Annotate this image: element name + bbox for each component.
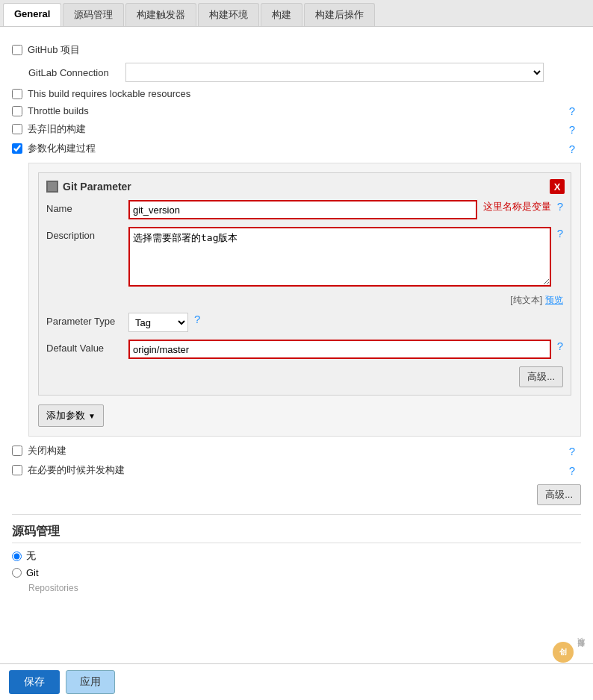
discard-help-icon[interactable]: ? (569, 123, 575, 136)
param-panel: Git Parameter X Name 这里名称是变量 ? Descripti… (28, 163, 581, 437)
add-param-btn-row: 添加参数 ▼ (38, 404, 571, 427)
source-section-title: 源码管理 (12, 524, 581, 543)
description-row: Description 选择需要部署的tag版本 ? (46, 227, 563, 287)
radio-none[interactable] (12, 551, 22, 561)
tab-build[interactable]: 构建 (261, 3, 302, 26)
add-param-button[interactable]: 添加参数 ▼ (38, 404, 104, 427)
brand-watermark: 创 创新互联 (553, 642, 587, 663)
radio-git[interactable] (12, 568, 22, 578)
github-project-label: GitHub 项目 (28, 43, 80, 57)
preview-text: [纯文本] (510, 294, 542, 307)
add-param-arrow-icon: ▼ (88, 412, 96, 420)
param-type-label: Parameter Type (46, 313, 128, 327)
description-textarea[interactable]: 选择需要部署的tag版本 (128, 227, 551, 287)
save-button[interactable]: 保存 (9, 670, 60, 694)
param-type-row: Parameter Type Tag Branch Revision ? (46, 313, 563, 332)
parameterized-row: 参数化构建过程 ? (12, 142, 581, 155)
repositories-label: Repositories (28, 583, 581, 593)
preview-row: [纯文本] 预览 (46, 294, 563, 307)
git-param-icon (46, 181, 58, 193)
name-annotation: 这里名称是变量 (483, 200, 551, 213)
radio-git-label: Git (26, 567, 39, 578)
throttle-help-icon[interactable]: ? (569, 104, 575, 117)
name-input[interactable] (128, 200, 477, 219)
radio-none-row: 无 (12, 549, 581, 563)
lockable-label: This build requires lockable resources (28, 88, 190, 99)
bottom-advanced-button[interactable]: 高级... (537, 484, 581, 505)
advanced-btn-row: 高级... (46, 366, 563, 387)
param-type-help-icon[interactable]: ? (194, 313, 200, 325)
throttle-checkbox[interactable] (12, 106, 22, 116)
tab-trigger[interactable]: 构建触发器 (125, 3, 196, 26)
param-type-select[interactable]: Tag Branch Revision (128, 313, 188, 332)
default-value-help-icon[interactable]: ? (557, 340, 563, 352)
name-row: Name 这里名称是变量 ? (46, 200, 563, 219)
brand-logo: 创 (553, 642, 574, 663)
tab-env[interactable]: 构建环境 (198, 3, 259, 26)
disable-build-checkbox[interactable] (12, 446, 22, 456)
discard-label: 丢弃旧的构建 (28, 122, 86, 136)
apply-button[interactable]: 应用 (66, 670, 115, 694)
bottom-advanced-row: 高级... (12, 484, 581, 505)
gitlab-label: GitLab Connection (28, 67, 125, 78)
git-param-title-text: Git Parameter (63, 181, 131, 193)
github-project-row: GitHub 项目 (12, 43, 581, 57)
close-param-button[interactable]: X (550, 179, 565, 194)
concurrent-label: 在必要的时候并发构建 (28, 463, 125, 477)
default-value-input[interactable] (128, 340, 551, 359)
main-content: GitHub 项目 GitLab Connection This build r… (0, 27, 593, 669)
gitlab-select[interactable] (125, 63, 544, 82)
preview-link[interactable]: 预览 (545, 294, 563, 307)
tab-source[interactable]: 源码管理 (63, 3, 124, 26)
throttle-label: Throttle builds (28, 105, 89, 116)
name-help-icon[interactable]: ? (557, 200, 563, 213)
git-param-title: Git Parameter (46, 181, 563, 193)
description-label: Description (46, 227, 128, 241)
concurrent-row: 在必要的时候并发构建 ? (12, 463, 581, 477)
disable-build-row: 关闭构建 ? (12, 444, 581, 457)
github-project-checkbox[interactable] (12, 45, 22, 55)
radio-git-row: Git (12, 567, 581, 578)
lockable-checkbox[interactable] (12, 89, 22, 99)
radio-none-label: 无 (26, 549, 36, 563)
git-parameter-block: Git Parameter X Name 这里名称是变量 ? Descripti… (38, 172, 571, 396)
discard-checkbox[interactable] (12, 124, 22, 134)
concurrent-help-icon[interactable]: ? (569, 464, 575, 477)
brand-name: 创新互联 (577, 651, 587, 654)
section-divider (12, 514, 581, 515)
parameterized-checkbox[interactable] (12, 143, 22, 154)
lockable-row: This build requires lockable resources (12, 88, 581, 99)
parameterized-label: 参数化构建过程 (28, 142, 96, 155)
default-value-row: Default Value ? (46, 340, 563, 359)
default-value-label: Default Value (46, 340, 128, 354)
add-param-label: 添加参数 (46, 409, 85, 422)
advanced-button[interactable]: 高级... (519, 366, 563, 387)
tabs-bar: General 源码管理 构建触发器 构建环境 构建 构建后操作 (0, 0, 593, 27)
gitlab-connection-row: GitLab Connection (28, 63, 581, 82)
bottom-actions: 保存 应用 (0, 663, 593, 700)
concurrent-checkbox[interactable] (12, 465, 22, 475)
tab-general[interactable]: General (3, 3, 61, 26)
description-help-icon[interactable]: ? (557, 227, 563, 240)
disable-build-label: 关闭构建 (28, 444, 66, 457)
disable-build-help-icon[interactable]: ? (569, 445, 575, 457)
parameterized-help-icon[interactable]: ? (569, 143, 575, 155)
name-label: Name (46, 200, 128, 214)
discard-row: 丢弃旧的构建 ? (12, 122, 581, 136)
throttle-row: Throttle builds ? (12, 105, 581, 116)
tab-post[interactable]: 构建后操作 (304, 3, 375, 26)
